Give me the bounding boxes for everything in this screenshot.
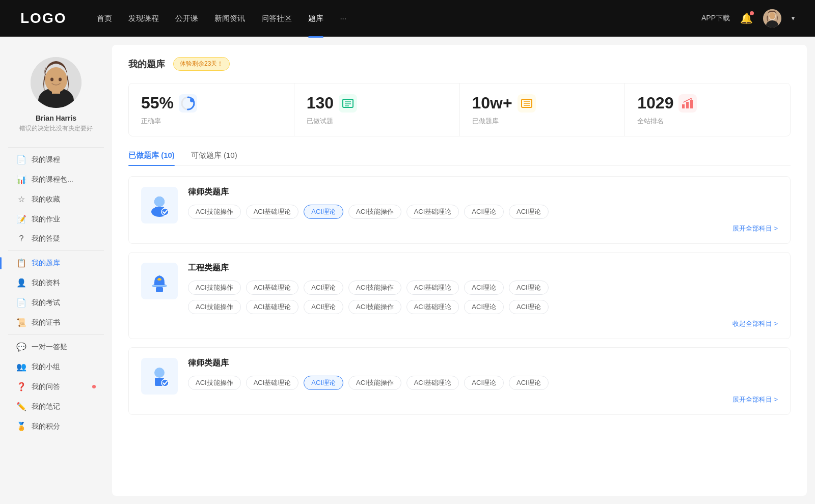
nav-menu: 首页 发现课程 公开课 新闻资讯 问答社区 题库 ··· <box>97 12 701 25</box>
qb-card-3-header: 律师类题库 ACI技能操作 ACI基础理论 ACI理论 ACI技能操作 ACI基… <box>141 358 778 404</box>
sidebar-avatar <box>31 57 82 108</box>
qb-tag-1-1[interactable]: ACI基础理论 <box>246 205 299 219</box>
notification-bell[interactable]: 🔔 <box>740 12 753 24</box>
nav-item-more[interactable]: ··· <box>340 12 346 25</box>
qb-card-1-expand[interactable]: 展开全部科目 > <box>188 224 778 233</box>
qb-tag-3-6[interactable]: ACI理论 <box>509 376 549 390</box>
sidebar-item-notes[interactable]: ✏️ 我的笔记 <box>0 397 112 416</box>
app-download-link[interactable]: APP下载 <box>701 14 730 23</box>
qb-tag-2r2-3[interactable]: ACI技能操作 <box>348 300 401 314</box>
qb-tag-1-6[interactable]: ACI理论 <box>509 205 549 219</box>
qb-tag-3-0[interactable]: ACI技能操作 <box>188 376 241 390</box>
exam-icon: 📄 <box>16 298 26 307</box>
qb-tag-1-2[interactable]: ACI理论 <box>304 205 343 219</box>
qb-tag-2r2-5[interactable]: ACI理论 <box>464 300 504 314</box>
sidebar-user-motto: 错误的决定比没有决定要好 <box>9 124 103 133</box>
trial-badge: 体验剩余23天！ <box>173 57 230 71</box>
tab-done-banks[interactable]: 已做题库 (10) <box>128 151 175 165</box>
qb-tag-2-6[interactable]: ACI理论 <box>509 281 549 295</box>
qb-tag-3-4[interactable]: ACI基础理论 <box>406 376 459 390</box>
qb-card-1: 律师类题库 ACI技能操作 ACI基础理论 ACI理论 ACI技能操作 ACI基… <box>128 176 791 244</box>
nav-item-home[interactable]: 首页 <box>97 12 112 25</box>
qb-tag-2-5[interactable]: ACI理论 <box>464 281 504 295</box>
sidebar-item-my-courses[interactable]: 📄 我的课程 <box>0 150 112 170</box>
nav-right: APP下载 🔔 ▾ <box>701 9 795 27</box>
sidebar-item-questionbank[interactable]: 📋 我的题库 <box>0 253 112 273</box>
qb-card-1-header: 律师类题库 ACI技能操作 ACI基础理论 ACI理论 ACI技能操作 ACI基… <box>141 187 778 233</box>
sidebar-label-my-qa: 我的问答 <box>32 382 86 391</box>
nav-item-opencourse[interactable]: 公开课 <box>175 12 198 25</box>
qb-tag-1-5[interactable]: ACI理论 <box>464 205 504 219</box>
user-avatar[interactable] <box>763 9 781 27</box>
sidebar-label-profile: 我的资料 <box>32 278 96 288</box>
sidebar-item-certificate[interactable]: 📜 我的证书 <box>0 313 112 332</box>
nav-item-news[interactable]: 新闻资讯 <box>214 12 245 25</box>
sidebar-item-qa[interactable]: ? 我的答疑 <box>0 229 112 248</box>
qb-card-2-body: 工程类题库 ACI技能操作 ACI基础理论 ACI理论 ACI技能操作 ACI基… <box>188 263 778 328</box>
notification-dot <box>750 11 754 15</box>
qb-tag-3-2[interactable]: ACI理论 <box>304 376 343 390</box>
sidebar-label-exam: 我的考试 <box>32 298 96 307</box>
svg-point-12 <box>190 98 194 102</box>
sidebar-label-group: 我的小组 <box>32 362 96 372</box>
sidebar-item-one-on-one[interactable]: 💬 一对一答疑 <box>0 337 112 357</box>
svg-point-36 <box>154 368 165 378</box>
qb-card-1-icon <box>141 187 178 223</box>
stats-row: 55% 正确率 130 <box>128 83 791 136</box>
group-icon: 👥 <box>16 362 26 372</box>
sidebar-item-group[interactable]: 👥 我的小组 <box>0 357 112 377</box>
qb-tag-2-4[interactable]: ACI基础理论 <box>406 281 459 295</box>
qb-tag-2r2-2[interactable]: ACI理论 <box>304 300 343 314</box>
qb-card-2-expand[interactable]: 收起全部科目 > <box>188 319 778 328</box>
qb-card-2-title: 工程类题库 <box>188 263 778 273</box>
user-menu-chevron[interactable]: ▾ <box>792 15 795 22</box>
nav-item-questionbank[interactable]: 题库 <box>308 12 323 25</box>
qb-tag-3-1[interactable]: ACI基础理论 <box>246 376 299 390</box>
qb-card-3-tags: ACI技能操作 ACI基础理论 ACI理论 ACI技能操作 ACI基础理论 AC… <box>188 376 778 390</box>
qb-card-3-expand[interactable]: 展开全部科目 > <box>188 395 778 404</box>
sidebar-item-homework[interactable]: 📝 我的作业 <box>0 209 112 229</box>
main-content: 我的题库 体验剩余23天！ 55% 正确率 <box>112 45 807 496</box>
nav-item-qa[interactable]: 问答社区 <box>261 12 292 25</box>
qb-tag-1-3[interactable]: ACI技能操作 <box>348 205 401 219</box>
qb-tag-2r2-1[interactable]: ACI基础理论 <box>246 300 299 314</box>
qb-tag-2r2-4[interactable]: ACI基础理论 <box>406 300 459 314</box>
sidebar-label-qa: 我的答疑 <box>32 234 96 243</box>
qb-tag-3-5[interactable]: ACI理论 <box>464 376 504 390</box>
sidebar-item-points[interactable]: 🏅 我的积分 <box>0 416 112 436</box>
stat-rank-value: 1029 <box>637 94 673 113</box>
qb-tag-2r2-6[interactable]: ACI理论 <box>509 300 549 314</box>
svg-point-3 <box>769 12 775 19</box>
course-package-icon: 📊 <box>16 175 26 184</box>
qb-card-3-title: 律师类题库 <box>188 358 778 369</box>
qb-tag-2r2-0[interactable]: ACI技能操作 <box>188 300 241 314</box>
qb-card-2-tags-row1: ACI技能操作 ACI基础理论 ACI理论 ACI技能操作 ACI基础理论 AC… <box>188 281 778 295</box>
stat-banks-done-label: 已做题库 <box>472 117 613 126</box>
sidebar-item-my-qa[interactable]: ❓ 我的问答 <box>0 377 112 397</box>
sidebar-user-name: Brian Harris <box>36 114 76 122</box>
qb-tag-2-1[interactable]: ACI基础理论 <box>246 281 299 295</box>
stat-accuracy-top: 55% <box>141 94 282 113</box>
profile-icon: 👤 <box>16 278 26 288</box>
tab-available-banks[interactable]: 可做题库 (10) <box>191 151 237 165</box>
stat-accuracy-icon <box>179 94 197 113</box>
stat-rank: 1029 全站排名 <box>625 83 790 136</box>
svg-point-28 <box>154 197 165 207</box>
tabs: 已做题库 (10) 可做题库 (10) <box>128 151 791 166</box>
sidebar-item-course-package[interactable]: 📊 我的课程包... <box>0 170 112 189</box>
nav-item-discover[interactable]: 发现课程 <box>128 12 159 25</box>
sidebar-item-favorites[interactable]: ☆ 我的收藏 <box>0 189 112 209</box>
qb-tag-2-3[interactable]: ACI技能操作 <box>348 281 401 295</box>
qb-tag-1-4[interactable]: ACI基础理论 <box>406 205 459 219</box>
sidebar-label-homework: 我的作业 <box>32 215 96 224</box>
stat-rank-icon <box>678 94 697 113</box>
stat-questions-done-top: 130 <box>307 94 447 113</box>
sidebar-item-exam[interactable]: 📄 我的考试 <box>0 293 112 313</box>
sidebar-label-one-on-one: 一对一答疑 <box>32 343 96 352</box>
qb-tag-3-3[interactable]: ACI技能操作 <box>348 376 401 390</box>
qb-tag-2-0[interactable]: ACI技能操作 <box>188 281 241 295</box>
qb-tag-1-0[interactable]: ACI技能操作 <box>188 205 241 219</box>
sidebar-item-profile[interactable]: 👤 我的资料 <box>0 273 112 293</box>
stat-banks-done-top: 10w+ <box>472 94 613 113</box>
qb-tag-2-2[interactable]: ACI理论 <box>304 281 343 295</box>
